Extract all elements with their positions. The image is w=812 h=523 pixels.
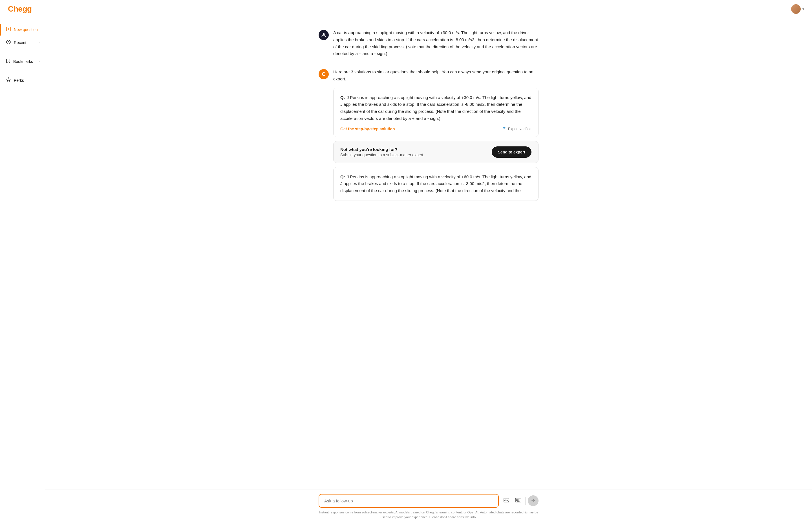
bookmarks-icon	[6, 58, 11, 65]
input-actions	[502, 495, 539, 506]
solution-2-q-label: Q:	[340, 174, 345, 179]
solution-1-footer: Get the step-by-step solution Expert ver…	[340, 126, 531, 132]
not-found-card: Not what you're looking for? Submit your…	[333, 141, 539, 163]
not-found-text: Not what you're looking for? Submit your…	[340, 147, 424, 157]
svg-rect-5	[504, 498, 509, 502]
main-content: A car is approaching a stoplight moving …	[45, 18, 812, 489]
header: Chegg ▾	[0, 0, 812, 18]
bookmarks-label: Bookmarks	[13, 59, 36, 64]
solution-2-text: Q:J Perkins is approaching a stoplight m…	[340, 174, 531, 194]
follow-up-input[interactable]	[319, 494, 499, 508]
solution-card-1: Q:J Perkins is approaching a stoplight m…	[333, 88, 539, 137]
app-body: New question Recent › Bookmarks ›	[0, 18, 812, 523]
keyboard-button[interactable]	[513, 495, 523, 506]
expert-verified-text: Expert verified	[508, 127, 531, 131]
sidebar-item-perks[interactable]: Perks	[0, 74, 45, 86]
bookmarks-chevron-icon: ›	[39, 60, 40, 63]
solution-1-text: Q:J Perkins is approaching a stoplight m…	[340, 94, 531, 122]
svg-point-4	[323, 33, 325, 35]
question-text: A car is approaching a stoplight moving …	[333, 29, 539, 57]
recent-label: Recent	[14, 40, 36, 45]
input-divider	[525, 497, 526, 505]
solution-2-body: J Perkins is approaching a stoplight mov…	[340, 174, 531, 193]
sidebar-divider	[5, 52, 40, 52]
sidebar-item-recent[interactable]: Recent ›	[0, 37, 45, 49]
sidebar-item-bookmarks[interactable]: Bookmarks ›	[0, 56, 45, 68]
chegg-logo: Chegg	[8, 4, 32, 14]
image-upload-button[interactable]	[502, 495, 511, 506]
question-block: A car is approaching a stoplight moving …	[319, 29, 539, 57]
answer-content: Here are 3 solutions to similar question…	[333, 69, 539, 205]
sidebar-divider-2	[5, 71, 40, 71]
sidebar: New question Recent › Bookmarks ›	[0, 18, 45, 523]
chegg-c-icon: C	[319, 69, 329, 79]
answer-block: C Here are 3 solutions to similar questi…	[319, 69, 539, 205]
perks-icon	[6, 77, 11, 84]
get-solution-link[interactable]: Get the step-by-step solution	[340, 127, 395, 131]
send-button[interactable]	[528, 495, 539, 506]
expert-badge-icon	[502, 126, 506, 132]
input-row	[319, 494, 539, 508]
answer-intro: Here are 3 solutions to similar question…	[333, 69, 539, 83]
solution-card-2: Q:J Perkins is approaching a stoplight m…	[333, 167, 539, 201]
disclaimer-text: Instant responses come from subject-matt…	[319, 510, 539, 520]
expert-verified-badge: Expert verified	[502, 126, 531, 132]
bottom-area: Instant responses come from subject-matt…	[45, 489, 812, 523]
sidebar-item-new-question[interactable]: New question	[0, 24, 45, 36]
new-question-label: New question	[14, 28, 40, 32]
not-found-subtitle: Submit your question to a subject-matter…	[340, 152, 424, 157]
chevron-down-icon[interactable]: ▾	[802, 7, 804, 11]
question-user-icon	[319, 30, 329, 40]
avatar[interactable]	[791, 4, 801, 14]
header-right: ▾	[791, 4, 804, 14]
not-found-title: Not what you're looking for?	[340, 147, 424, 152]
recent-chevron-icon: ›	[39, 41, 40, 44]
recent-icon	[6, 39, 11, 46]
send-to-expert-button[interactable]: Send to expert	[492, 146, 531, 158]
solution-1-body: J Perkins is approaching a stoplight mov…	[340, 95, 531, 121]
new-question-icon	[6, 26, 11, 33]
perks-label: Perks	[14, 78, 40, 83]
solution-1-q-label: Q:	[340, 95, 345, 100]
